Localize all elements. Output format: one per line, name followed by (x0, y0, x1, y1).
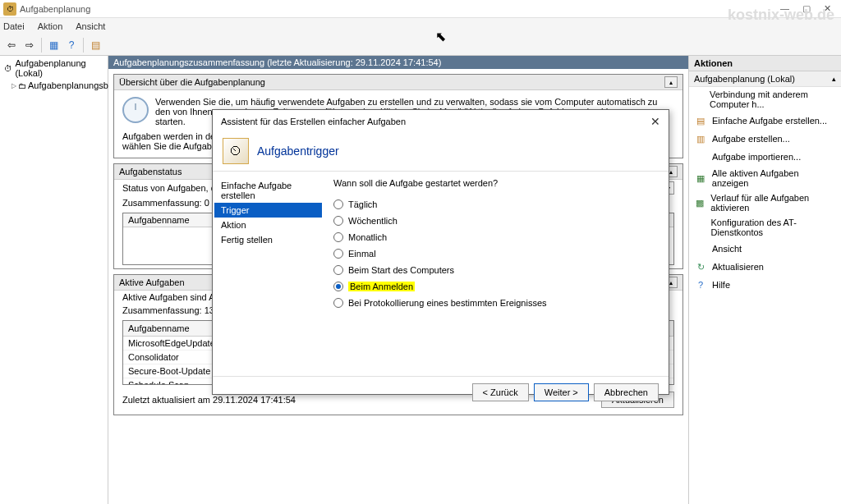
radio-icon (333, 232, 343, 242)
action-label: Ansicht (712, 244, 742, 254)
action-label: Alle aktiven Aufgaben anzeigen (712, 168, 836, 188)
radio-icon (333, 298, 343, 308)
action-connect[interactable]: Verbindung mit anderem Computer h... (689, 87, 841, 112)
menu-file[interactable]: Datei (3, 21, 25, 31)
refresh-icon: ↻ (694, 260, 707, 273)
computer-icon (694, 93, 705, 106)
actions-title: Aktionen (689, 56, 841, 71)
help-icon: ? (694, 278, 707, 291)
radio-icon (333, 249, 343, 259)
minimize-button[interactable]: — (780, 3, 789, 14)
option-weekly[interactable]: Wöchentlich (333, 213, 659, 229)
radio-label: Bei Protokollierung eines bestimmten Ere… (348, 298, 547, 308)
wizard-content: Wann soll die Aufgabe gestartet werden? … (324, 172, 669, 376)
dialog-heading: Aufgabentrigger (257, 144, 339, 158)
option-once[interactable]: Einmal (333, 245, 659, 262)
actions-panel: Aktionen Aufgabenplanung (Lokal) ▴ Verbi… (688, 56, 841, 504)
action-refresh[interactable]: ↻Aktualisieren (689, 258, 841, 276)
radio-label: Einmal (348, 249, 376, 259)
action-create-basic[interactable]: ▤Einfache Aufgabe erstellen... (689, 112, 841, 130)
step-trigger[interactable]: Trigger (214, 203, 322, 218)
action-create[interactable]: ▥Aufgabe erstellen... (689, 130, 841, 148)
config-icon (694, 221, 706, 234)
dialog-title: Assistent für das Erstellen einfacher Au… (221, 117, 406, 126)
collapse-icon[interactable]: ▴ (664, 76, 678, 88)
radio-label: Beim Anmelden (348, 282, 415, 291)
tree-root[interactable]: ⏱ Aufgabenplanung (Lokal) (2, 57, 106, 79)
menu-view[interactable]: Ansicht (76, 21, 105, 31)
action-label: Aufgabe importieren... (712, 152, 801, 162)
radio-label: Beim Start des Computers (348, 265, 454, 275)
tree-library[interactable]: ▷ 🗀 Aufgabenplanungsbibliot (2, 79, 106, 92)
action-show-all[interactable]: ▦Alle aktiven Aufgaben anzeigen (689, 166, 841, 190)
tree-panel: ⏱ Aufgabenplanung (Lokal) ▷ 🗀 Aufgabenpl… (0, 56, 108, 504)
step-action[interactable]: Aktion (214, 218, 322, 232)
radio-icon (333, 216, 343, 226)
task-icon: ▥ (694, 132, 707, 145)
actions-group: Aufgabenplanung (Lokal) (694, 74, 795, 84)
radio-icon (333, 199, 343, 209)
overview-text-2b: wählen Sie die Aufgabe (122, 141, 217, 151)
task-icon: ▤ (694, 114, 707, 127)
option-startup[interactable]: Beim Start des Computers (333, 262, 659, 278)
option-event[interactable]: Bei Protokollierung eines bestimmten Ere… (333, 295, 659, 311)
action-label: Verlauf für alle Aufgaben aktivieren (710, 193, 836, 213)
clock-icon (122, 97, 149, 123)
radio-label: Wöchentlich (348, 216, 398, 226)
radio-icon (333, 282, 343, 291)
menubar: Datei Aktion Ansicht (0, 18, 841, 34)
list-icon: ▦ (694, 172, 707, 185)
folder-icon: 🗀 (18, 80, 26, 91)
chevron-right-icon: ▷ (11, 82, 16, 89)
wizard-dialog: Assistent für das Erstellen einfacher Au… (212, 109, 669, 395)
action-label: Konfiguration des AT-Dienstkontos (711, 218, 836, 237)
history-icon: ▩ (694, 196, 705, 209)
step-create[interactable]: Einfache Aufgabe erstellen (214, 178, 322, 203)
collapse-icon[interactable]: ▴ (832, 75, 836, 83)
action-label: Aufgabe erstellen... (712, 134, 790, 144)
forward-icon[interactable]: ⇨ (21, 37, 38, 53)
action-at-config[interactable]: Konfiguration des AT-Dienstkontos (689, 215, 841, 240)
action-import[interactable]: Aufgabe importieren... (689, 148, 841, 166)
action-help[interactable]: ?Hilfe (689, 276, 841, 294)
step-finish[interactable]: Fertig stellen (214, 232, 322, 247)
wizard-question: Wann soll die Aufgabe gestartet werden? (333, 178, 659, 188)
menu-action[interactable]: Aktion (38, 21, 63, 31)
back-button[interactable]: < Zurück (472, 383, 529, 401)
tree-root-label: Aufgabenplanung (Lokal) (15, 58, 104, 78)
status-title: Aufgabenstatus (119, 167, 182, 176)
option-logon[interactable]: Beim Anmelden (333, 278, 659, 295)
action-label: Hilfe (712, 280, 730, 290)
close-icon[interactable]: ✕ (650, 115, 660, 128)
action-label: Einfache Aufgabe erstellen... (712, 116, 827, 126)
toolbar: ⇦ ⇨ ▦ ? ▤ (0, 34, 841, 56)
summary-header: Aufgabenplanungszusammenfassung (letzte … (108, 56, 688, 69)
radio-label: Täglich (348, 199, 377, 209)
cancel-button[interactable]: Abbrechen (594, 383, 659, 401)
maximize-button[interactable]: ▢ (802, 3, 811, 14)
wizard-icon: ⏲ (223, 138, 249, 164)
action-view[interactable]: Ansicht (689, 240, 841, 258)
active-title: Aktive Aufgaben (119, 277, 185, 287)
overview-title: Übersicht über die Aufgabenplanung (119, 77, 265, 87)
overview-text-2a: Aufgaben werden in de (122, 131, 217, 141)
window-title: Aufgabenplanung (20, 4, 780, 14)
help-icon[interactable]: ? (63, 37, 80, 53)
radio-icon (333, 265, 343, 275)
window-titlebar: ⏱ Aufgabenplanung — ▢ ✕ (0, 0, 841, 18)
option-monthly[interactable]: Monatlich (333, 229, 659, 245)
import-icon (694, 150, 707, 163)
close-button[interactable]: ✕ (824, 3, 831, 14)
option-daily[interactable]: Täglich (333, 196, 659, 213)
radio-label: Monatlich (348, 232, 387, 242)
app-icon: ⏱ (3, 2, 16, 16)
action-label: Verbindung mit anderem Computer h... (710, 89, 836, 109)
action-enable-history[interactable]: ▩Verlauf für alle Aufgaben aktivieren (689, 190, 841, 215)
toolbar-icon-1[interactable]: ▦ (45, 37, 62, 53)
scheduler-icon: ⏱ (3, 62, 13, 74)
toolbar-icon-2[interactable]: ▤ (87, 37, 103, 53)
next-button[interactable]: Weiter > (534, 383, 589, 401)
back-icon[interactable]: ⇦ (3, 37, 20, 53)
view-icon (694, 242, 707, 255)
wizard-steps: Einfache Aufgabe erstellen Trigger Aktio… (213, 172, 324, 376)
